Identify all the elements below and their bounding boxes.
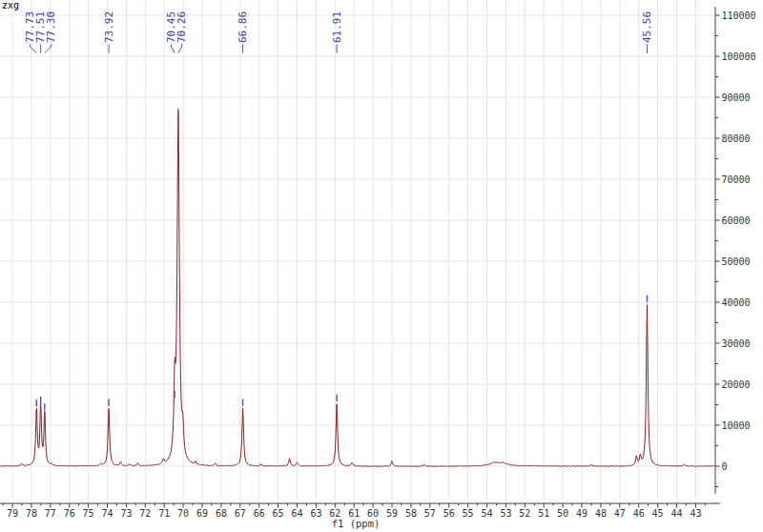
y-tick-label: 0: [722, 461, 728, 472]
y-tick-label: 70000: [722, 174, 751, 185]
y-tick-label: 20000: [722, 379, 751, 390]
x-tick-label: 52: [519, 508, 530, 519]
x-tick-label: 76: [64, 508, 75, 519]
peak-label: 66.86: [237, 11, 249, 43]
y-tick-label: 110000: [722, 10, 756, 21]
x-tick-label: 59: [386, 508, 398, 519]
x-tick-label: 63: [310, 508, 321, 519]
peak-leader-line: [178, 45, 182, 53]
peak-label: 73.92: [103, 11, 115, 43]
x-axis-title: f1 (ppm): [332, 518, 381, 529]
x-tick-label: 53: [500, 508, 511, 519]
x-tick-label: 75: [83, 508, 94, 519]
x-tick-label: 77: [45, 508, 56, 519]
x-tick-label: 47: [614, 508, 626, 519]
x-tick-label: 43: [690, 508, 701, 519]
y-tick-label: 50000: [722, 256, 751, 267]
y-tick-label: 40000: [722, 297, 751, 308]
x-tick-label: 51: [538, 508, 549, 519]
y-tick-label: 10000: [722, 420, 751, 431]
x-tick-label: 70: [177, 508, 189, 519]
x-tick-label: 69: [196, 508, 208, 519]
x-tick-label: 72: [139, 508, 151, 519]
peak-label: 61.91: [331, 11, 343, 43]
y-axis-layer: 0100002000030000400005000060000700008000…: [715, 7, 756, 494]
x-tick-label: 73: [120, 508, 132, 519]
y-tick-label: 30000: [722, 338, 751, 349]
x-tick-label: 45: [652, 508, 664, 519]
x-tick-label: 48: [595, 508, 607, 519]
x-tick-label: 55: [463, 508, 474, 519]
x-tick-label: 54: [481, 508, 492, 519]
x-tick-label: 68: [216, 508, 227, 519]
y-tick-label: 100000: [722, 51, 756, 62]
spectrum-title: zxg: [2, 0, 19, 10]
x-tick-label: 56: [443, 508, 455, 519]
x-tick-label: 65: [273, 508, 284, 519]
x-tick-label: 71: [158, 508, 170, 519]
peak-label-layer: 77.7377.5177.3073.9270.4570.2666.8661.91…: [24, 11, 653, 53]
x-tick-label: 74: [101, 508, 113, 519]
grid-layer: [0, 0, 713, 501]
x-tick-label: 78: [26, 508, 37, 519]
peak-label: 77.30: [45, 11, 57, 43]
x-tick-label: 46: [633, 508, 645, 519]
x-axis-layer: 7978777675747372717069686766656463626160…: [0, 503, 720, 519]
x-tick-label: 66: [254, 508, 265, 519]
peak-leader-line: [172, 45, 175, 53]
x-tick-label: 58: [405, 508, 417, 519]
y-tick-label: 90000: [722, 92, 751, 103]
peak-label: 70.26: [175, 11, 188, 43]
spectrum-canvas[interactable]: 7978777675747372717069686766656463626160…: [0, 0, 763, 532]
nmr-spectrum-view: zxg 797877767574737271706968676665646362…: [0, 0, 763, 532]
x-tick-label: 64: [291, 508, 302, 519]
x-tick-label: 67: [235, 508, 246, 519]
y-tick-label: 60000: [722, 215, 751, 226]
x-tick-label: 44: [670, 508, 682, 519]
x-tick-label: 79: [7, 508, 18, 519]
peak-label: 45.56: [641, 11, 653, 43]
y-tick-label: 80000: [722, 133, 751, 144]
peak-marker-layer: [36, 109, 647, 411]
x-tick-label: 50: [557, 508, 568, 519]
x-tick-label: 57: [424, 508, 436, 519]
x-tick-label: 49: [576, 508, 588, 519]
